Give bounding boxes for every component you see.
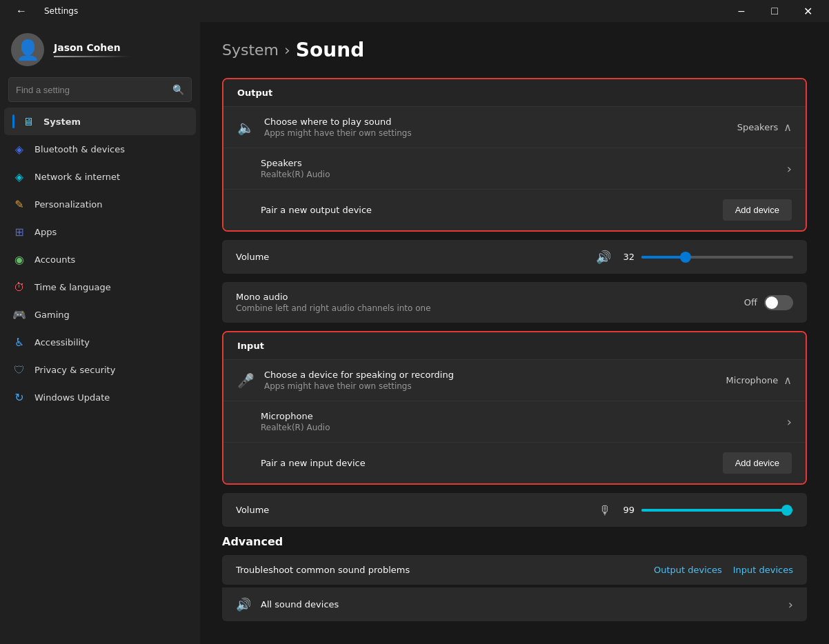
sidebar-item-label: Bluetooth & devices bbox=[34, 144, 125, 154]
expand-icon: ∧ bbox=[783, 121, 792, 134]
sidebar-item-accessibility[interactable]: ♿ Accessibility bbox=[4, 328, 196, 356]
search-box[interactable]: 🔍 bbox=[8, 77, 192, 102]
choose-output-right: Speakers ∧ bbox=[737, 121, 792, 134]
mic-icon: 🎤 bbox=[237, 372, 254, 389]
personalization-icon: ✎ bbox=[12, 197, 26, 211]
privacy-icon: 🛡 bbox=[12, 363, 26, 376]
troubleshoot-row: Troubleshoot common sound problems Outpu… bbox=[222, 555, 807, 585]
network-icon: ◈ bbox=[12, 170, 26, 183]
slider-thumb[interactable] bbox=[781, 505, 792, 516]
search-input[interactable] bbox=[16, 85, 172, 95]
sidebar-item-label: Network & internet bbox=[34, 172, 120, 182]
sidebar-item-apps[interactable]: ⊞ Apps bbox=[4, 218, 196, 245]
all-devices-chevron: › bbox=[788, 597, 793, 612]
avatar-icon: 👤 bbox=[16, 39, 40, 61]
sidebar-item-personalization[interactable]: ✎ Personalization bbox=[4, 190, 196, 218]
pair-input-label: Pair a new input device bbox=[261, 458, 723, 468]
input-section: Input 🎤 Choose a device for speaking or … bbox=[222, 331, 807, 485]
output-section: Output 🔈 Choose where to play sound Apps… bbox=[222, 78, 807, 232]
choose-output-row[interactable]: 🔈 Choose where to play sound Apps might … bbox=[223, 107, 806, 148]
choose-output-text: Choose where to play sound Apps might ha… bbox=[264, 117, 737, 138]
sidebar-item-accounts[interactable]: ◉ Accounts bbox=[4, 245, 196, 273]
microphone-subtitle: Realtek(R) Audio bbox=[261, 423, 787, 432]
sidebar-item-time[interactable]: ⏱ Time & language bbox=[4, 273, 196, 301]
chevron-right-icon: › bbox=[787, 414, 792, 429]
breadcrumb-system[interactable]: System bbox=[222, 41, 279, 59]
sidebar-item-update[interactable]: ↻ Windows Update bbox=[4, 383, 196, 411]
sidebar-item-label: Windows Update bbox=[34, 392, 110, 403]
sidebar-item-system[interactable]: 🖥 System bbox=[4, 108, 196, 135]
mono-audio-subtitle: Combine left and right audio channels in… bbox=[236, 303, 744, 313]
input-volume-slider[interactable] bbox=[641, 503, 793, 517]
slider-track bbox=[641, 256, 793, 259]
slider-fill bbox=[641, 256, 686, 259]
breadcrumb: System › Sound bbox=[222, 39, 807, 61]
maximize-button[interactable]: □ bbox=[759, 0, 790, 22]
choose-input-row[interactable]: 🎤 Choose a device for speaking or record… bbox=[223, 360, 806, 401]
slider-thumb[interactable] bbox=[680, 252, 691, 263]
slider-track bbox=[641, 509, 793, 512]
mono-toggle-label: Off bbox=[744, 297, 757, 308]
input-volume-value: 99 bbox=[618, 505, 635, 515]
system-icon: 🖥 bbox=[21, 114, 35, 128]
troubleshoot-label: Troubleshoot common sound problems bbox=[236, 565, 654, 575]
minimize-button[interactable]: – bbox=[726, 0, 757, 22]
mono-toggle[interactable] bbox=[764, 295, 793, 310]
close-button[interactable]: ✕ bbox=[792, 0, 823, 22]
accounts-icon: ◉ bbox=[12, 252, 26, 266]
input-volume-right: 🎙 99 bbox=[599, 503, 793, 517]
choose-input-text: Choose a device for speaking or recordin… bbox=[264, 370, 726, 391]
nav-list: 🖥 System ◈ Bluetooth & devices ◈ Network… bbox=[0, 108, 200, 637]
advanced-section: Advanced Troubleshoot common sound probl… bbox=[222, 535, 807, 621]
speakers-text: Speakers Realtek(R) Audio bbox=[237, 158, 787, 179]
sidebar-item-label: Gaming bbox=[34, 310, 70, 320]
output-volume-row: Volume 🔊 32 bbox=[222, 240, 807, 274]
sidebar-item-label: Time & language bbox=[34, 282, 111, 292]
sidebar-item-label: System bbox=[43, 117, 81, 127]
breadcrumb-current: Sound bbox=[296, 39, 364, 61]
add-input-device-button[interactable]: Add device bbox=[723, 452, 792, 474]
profile-section: 👤 Jason Cohen bbox=[0, 22, 200, 74]
add-output-device-button[interactable]: Add device bbox=[723, 199, 792, 221]
sidebar-item-gaming[interactable]: 🎮 Gaming bbox=[4, 301, 196, 328]
sidebar-item-label: Personalization bbox=[34, 199, 103, 210]
input-volume-row: Volume 🎙 99 bbox=[222, 493, 807, 527]
microphone-value: Microphone bbox=[726, 375, 779, 385]
sidebar-item-privacy[interactable]: 🛡 Privacy & security bbox=[4, 356, 196, 383]
sidebar-item-network[interactable]: ◈ Network & internet bbox=[4, 163, 196, 190]
app-title: Settings bbox=[44, 6, 78, 16]
titlebar-left: ← Settings bbox=[6, 0, 78, 22]
all-devices-row[interactable]: 🔊 All sound devices › bbox=[222, 587, 807, 621]
window-controls: – □ ✕ bbox=[726, 0, 823, 22]
output-volume-slider[interactable] bbox=[641, 250, 793, 264]
input-devices-link[interactable]: Input devices bbox=[733, 565, 793, 575]
content-area: System › Sound Output 🔈 Choose where to … bbox=[200, 22, 829, 644]
choose-output-title: Choose where to play sound bbox=[264, 117, 737, 127]
toggle-knob bbox=[766, 296, 778, 309]
microphone-row[interactable]: Microphone Realtek(R) Audio › bbox=[223, 401, 806, 443]
sidebar-item-bluetooth[interactable]: ◈ Bluetooth & devices bbox=[4, 135, 196, 163]
mic-volume-icon: 🎙 bbox=[599, 503, 611, 517]
speakers-value: Speakers bbox=[737, 122, 779, 132]
profile-underline bbox=[54, 56, 130, 57]
time-icon: ⏱ bbox=[12, 280, 26, 294]
troubleshoot-links: Output devices Input devices bbox=[654, 565, 793, 575]
profile-info: Jason Cohen bbox=[54, 42, 130, 57]
volume-icon: 🔊 bbox=[596, 250, 611, 264]
microphone-text: Microphone Realtek(R) Audio bbox=[237, 411, 787, 432]
pair-output-row: Pair a new output device Add device bbox=[223, 190, 806, 230]
active-indicator bbox=[12, 114, 14, 128]
pair-output-label: Pair a new output device bbox=[261, 205, 723, 215]
choose-input-title: Choose a device for speaking or recordin… bbox=[264, 370, 726, 380]
search-icon: 🔍 bbox=[172, 84, 184, 95]
accessibility-icon: ♿ bbox=[12, 335, 26, 349]
input-volume-label: Volume bbox=[236, 505, 599, 515]
mono-audio-row: Mono audio Combine left and right audio … bbox=[222, 282, 807, 323]
output-header: Output bbox=[223, 79, 806, 107]
speakers-row[interactable]: Speakers Realtek(R) Audio › bbox=[223, 148, 806, 190]
mono-audio-right: Off bbox=[744, 295, 793, 310]
output-devices-link[interactable]: Output devices bbox=[654, 565, 722, 575]
back-button[interactable]: ← bbox=[6, 0, 37, 22]
mono-audio-title: Mono audio bbox=[236, 292, 744, 302]
all-devices-icon: 🔊 bbox=[236, 597, 251, 612]
